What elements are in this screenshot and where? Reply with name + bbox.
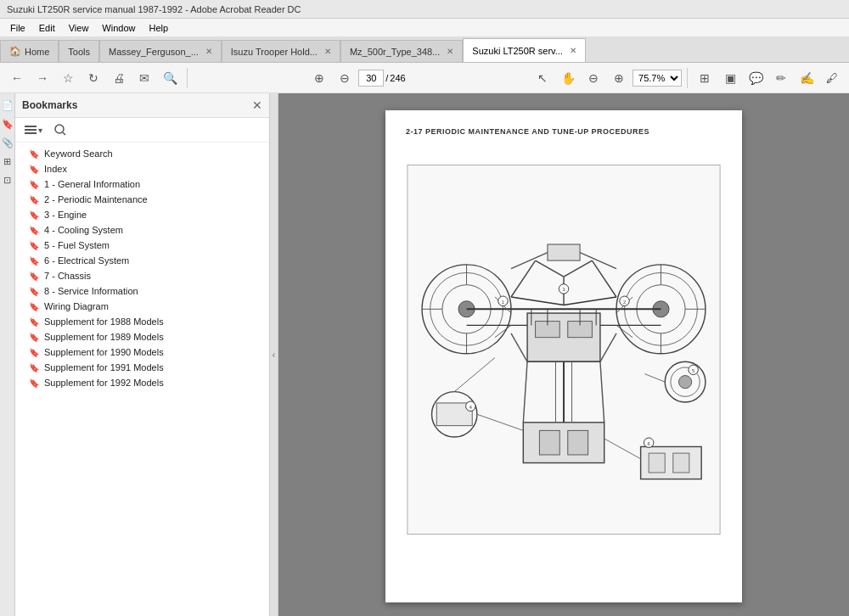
menu-help[interactable]: Help — [142, 21, 175, 35]
presentation-btn[interactable]: ▣ — [718, 67, 742, 89]
bookmark-ch7[interactable]: 🔖 7 - Chassis — [15, 268, 269, 283]
menu-file[interactable]: File — [3, 21, 32, 35]
back-button[interactable]: ← — [5, 67, 29, 89]
bookmark-icon-ch3: 🔖 — [29, 210, 39, 220]
svg-rect-45 — [523, 423, 604, 463]
bookmark-icon-index: 🔖 — [29, 165, 39, 174]
email-btn[interactable]: ✉ — [132, 67, 156, 89]
bookmark-icon-supp1991: 🔖 — [29, 363, 39, 372]
bookmark-ch3[interactable]: 🔖 3 - Engine — [15, 207, 269, 222]
bookmark-ch4[interactable]: 🔖 4 - Cooling System — [15, 222, 269, 238]
bookmark-ch2[interactable]: 🔖 2 - Periodic Maintenance — [15, 192, 269, 207]
tab-suzuki-close[interactable]: ✕ — [570, 46, 576, 55]
bookmark-label-ch4: 4 - Cooling System — [44, 225, 262, 235]
bookmark-icon-supp1992: 🔖 — [29, 378, 39, 388]
zoom-out-btn[interactable]: 🔍 — [158, 67, 182, 89]
page-separator: / — [385, 73, 388, 83]
bookmark-label-supp1988: Supplement for 1988 Models — [44, 316, 262, 327]
bookmark-label-ch8: 8 - Service Information — [44, 286, 262, 296]
tab-mz-close[interactable]: ✕ — [447, 47, 453, 56]
bookmark-index[interactable]: 🔖 Index — [15, 161, 269, 176]
bookmark-wiring[interactable]: 🔖 Wiring Diagram — [15, 299, 269, 314]
svg-point-54 — [678, 376, 691, 389]
bookmark-ch6[interactable]: 🔖 6 - Electrical System — [15, 253, 269, 268]
view-mode-btn[interactable]: ⊞ — [693, 67, 717, 89]
tab-isuzu-close[interactable]: ✕ — [324, 47, 331, 56]
bookmark-supp1990[interactable]: 🔖 Supplement for 1990 Models — [15, 344, 269, 360]
hand-tool[interactable]: ✋ — [556, 67, 580, 89]
bookmarks-list: 🔖 Keyword Search 🔖 Index 🔖 1 - General I… — [15, 143, 269, 616]
bookmark-label-ch2: 2 - Periodic Maintenance — [44, 194, 262, 204]
prev-page-btn[interactable]: ⊕ — [307, 67, 331, 89]
refresh-btn[interactable]: ↻ — [82, 67, 105, 89]
bookmarks-close-btn[interactable]: ✕ — [252, 98, 262, 112]
menu-edit[interactable]: Edit — [32, 21, 62, 35]
pdf-page: 2-17 PERIODIC MAINTENANCE AND TUNE-UP PR… — [385, 110, 742, 602]
bookmark-icon-ch5: 🔖 — [29, 241, 39, 250]
svg-rect-0 — [25, 126, 37, 127]
zoom-out-btn2[interactable]: ⊖ — [582, 67, 605, 89]
svg-line-4 — [63, 132, 65, 135]
zoom-select[interactable]: 75.7% 50% 75% 100% 125% 150% — [633, 70, 682, 87]
bookmark-supp1991[interactable]: 🔖 Supplement for 1991 Models — [15, 360, 269, 375]
comment-btn[interactable]: 💬 — [744, 67, 767, 89]
panel-collapse-handle[interactable]: ‹ — [270, 93, 278, 616]
forward-button[interactable]: → — [31, 67, 54, 89]
sidebar-icon-bookmark[interactable]: 🔖 — [1, 115, 14, 132]
zoom-in-btn[interactable]: ⊕ — [607, 67, 631, 89]
print-btn[interactable]: 🖨 — [107, 67, 131, 89]
tab-mz[interactable]: Mz_500r_Type_348... ✕ — [340, 40, 463, 62]
bookmark-icon-ch4: 🔖 — [29, 226, 39, 235]
pdf-diagram: 1 2 3 4 5 6 — [406, 146, 722, 553]
bookmark-ch8[interactable]: 🔖 8 - Service Information — [15, 283, 269, 299]
page-navigation: ⊕ ⊖ 30 / 246 — [307, 67, 405, 89]
tab-home-label: Home — [25, 47, 49, 57]
tab-isuzu[interactable]: Isuzu Trooper Hold... ✕ — [222, 40, 340, 62]
bookmark-ch5[interactable]: 🔖 5 - Fuel System — [15, 238, 269, 253]
svg-rect-50 — [673, 453, 689, 473]
menu-window[interactable]: Window — [95, 21, 142, 35]
bookmark-ch1[interactable]: 🔖 1 - General Information — [15, 176, 269, 192]
sidebar-icon-layers[interactable]: ⊞ — [1, 153, 14, 170]
bookmark-label-supp1992: Supplement for 1992 Models — [44, 378, 262, 388]
left-sidebar-icons: 📄 🔖 📎 ⊞ ⊡ — [0, 93, 15, 616]
bookmark-supp1988[interactable]: 🔖 Supplement for 1988 Models — [15, 314, 269, 329]
next-page-btn[interactable]: ⊖ — [333, 67, 357, 89]
svg-rect-46 — [539, 430, 559, 455]
sidebar-icon-open[interactable]: 📄 — [1, 97, 14, 114]
bookmark-label-ch3: 3 - Engine — [44, 210, 262, 220]
tab-massey-close[interactable]: ✕ — [205, 47, 212, 56]
menu-view[interactable]: View — [62, 21, 96, 35]
tab-massey[interactable]: Massey_Ferguson_... ✕ — [99, 40, 222, 62]
tab-tools[interactable]: Tools — [59, 40, 99, 62]
svg-rect-47 — [568, 430, 588, 455]
sidebar-icon-attach[interactable]: 📎 — [1, 134, 14, 151]
svg-text:1: 1 — [502, 300, 504, 305]
bookmarks-toolbar: ▾ — [15, 118, 269, 143]
bookmark-icon-keyword: 🔖 — [29, 149, 39, 159]
bookmark-icon-ch2: 🔖 — [29, 195, 39, 204]
pdf-viewer-area[interactable]: 2-17 PERIODIC MAINTENANCE AND TUNE-UP PR… — [278, 93, 849, 616]
bookmark-supp1989[interactable]: 🔖 Supplement for 1989 Models — [15, 329, 269, 344]
bookmark-icon-ch7: 🔖 — [29, 272, 39, 281]
tab-suzuki[interactable]: Suzuki LT250R serv... ✕ — [463, 38, 586, 62]
toolbar-right: ↖ ✋ ⊖ ⊕ 75.7% 50% 75% 100% 125% 150% ⊞ ▣… — [531, 67, 844, 89]
bm-expand-btn[interactable]: ▾ — [20, 122, 47, 137]
draw-btn[interactable]: ✍ — [795, 67, 818, 89]
toolbar: ← → ☆ ↻ 🖨 ✉ 🔍 ⊕ ⊖ 30 / 246 ↖ ✋ ⊖ ⊕ 75.7%… — [0, 63, 849, 93]
page-number-input[interactable]: 30 — [358, 70, 384, 87]
bookmark-icon-wiring: 🔖 — [29, 302, 39, 311]
bookmark-btn[interactable]: ☆ — [56, 67, 80, 89]
tab-home[interactable]: 🏠 Home — [0, 40, 59, 62]
highlight-btn[interactable]: ✏ — [769, 67, 793, 89]
cursor-tool[interactable]: ↖ — [531, 67, 554, 89]
bookmark-keyword-search[interactable]: 🔖 Keyword Search — [15, 146, 269, 161]
tab-mz-label: Mz_500r_Type_348... — [350, 47, 440, 57]
bm-search-btn[interactable] — [50, 121, 70, 138]
sign-btn[interactable]: 🖋 — [820, 67, 844, 89]
bookmark-label-keyword: Keyword Search — [44, 148, 262, 159]
bookmark-icon-ch1: 🔖 — [29, 180, 39, 189]
sidebar-icon-extra[interactable]: ⊡ — [1, 171, 14, 188]
bookmark-supp1992[interactable]: 🔖 Supplement for 1992 Models — [15, 375, 269, 390]
bookmark-icon-ch6: 🔖 — [29, 256, 39, 266]
